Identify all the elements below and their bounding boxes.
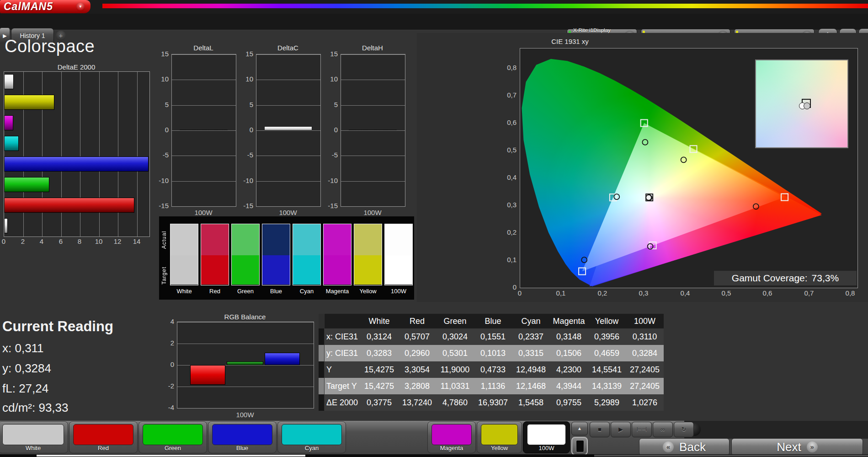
table-cell: 0,5707 <box>398 328 436 345</box>
pattern-button-red[interactable]: Red <box>69 421 138 453</box>
gamut-coverage-readout: Gamut Coverage: 73,3% <box>714 271 857 285</box>
table-cell: 15,4275 <box>360 378 398 394</box>
grid-line <box>341 80 405 80</box>
swatch-white <box>170 224 198 285</box>
axis-label: 10 <box>320 75 338 83</box>
play-button[interactable]: ▶ <box>611 422 631 437</box>
table-cell: 27,2405 <box>626 378 664 394</box>
next-button[interactable]: Next » <box>731 438 863 456</box>
swatch-target <box>262 255 290 285</box>
axis-label: -5 <box>235 151 253 159</box>
table-row-label: y: CIE31 <box>325 345 360 361</box>
stop-button[interactable]: ■ <box>590 422 610 437</box>
pattern-label: 100W <box>523 445 570 452</box>
table-row-label: Y <box>325 361 360 378</box>
step-icon: ⊢⊣ <box>637 426 647 433</box>
axis-label: 10 <box>150 75 169 83</box>
grid-line <box>172 156 236 156</box>
table-gutter-cell <box>319 328 324 345</box>
reading-cdm2: cd/m²: 93,33 <box>2 401 69 415</box>
axis-label: 4 <box>37 237 46 245</box>
pattern-window-toggle-button[interactable] <box>571 437 588 455</box>
table-gutter-cell <box>319 361 324 378</box>
axis-label: -15 <box>150 202 169 210</box>
swatch-actual <box>170 224 198 255</box>
pattern-button-yellow[interactable]: Yellow <box>477 421 522 453</box>
loop-button[interactable]: ∞ <box>653 422 673 437</box>
table-row: ΔE 20000,377513,72404,786016,93071,54580… <box>325 394 664 411</box>
deltae-chart-plot <box>4 71 150 237</box>
back-chevron-icon: « <box>663 441 674 452</box>
pattern-button-white[interactable]: White <box>0 421 68 453</box>
grid-line <box>341 181 405 182</box>
pattern-button-blue[interactable]: Blue <box>208 421 277 453</box>
axis-label: 100W <box>256 209 320 216</box>
swatch-magenta <box>323 224 351 285</box>
axis-label: -15 <box>235 202 253 210</box>
table-cell: 14,3139 <box>588 378 626 394</box>
grid-line <box>341 105 405 106</box>
grid-line <box>341 156 405 156</box>
axis-label: -10 <box>150 177 169 184</box>
refresh-button[interactable]: ↻ <box>674 422 694 437</box>
swatch-red <box>201 224 229 285</box>
grid-line <box>172 54 236 55</box>
table-cell: 12,1468 <box>512 378 550 394</box>
table-cell: 0,3148 <box>550 328 588 345</box>
pattern-button-green[interactable]: Green <box>138 421 207 453</box>
table-cell: 0,5301 <box>436 345 474 361</box>
deltaL-bar <box>180 129 228 130</box>
pattern-label: Green <box>139 445 207 452</box>
swatch-actual <box>354 224 382 255</box>
back-button[interactable]: « Back <box>639 438 730 456</box>
axis-label: 0 <box>0 237 8 245</box>
swatch-label: Cyan <box>291 288 323 295</box>
axis-label: 15 <box>235 50 253 58</box>
swatch-label: Green <box>229 288 261 295</box>
axis-label: 15 <box>150 50 169 58</box>
table-cell: 0,4733 <box>474 361 512 378</box>
pattern-button-cyan[interactable]: Cyan <box>277 421 346 453</box>
axis-label: 0,3 <box>635 289 652 297</box>
swatch-target <box>385 255 412 285</box>
pattern-label: White <box>0 445 68 452</box>
axis-label: 0,6 <box>759 289 776 297</box>
logo-menu-arrow-icon[interactable]: ▼ <box>76 2 85 11</box>
grid-line <box>256 80 320 80</box>
swatch-actual <box>262 224 290 255</box>
table-cell: 0,1013 <box>474 345 512 361</box>
grid-line <box>177 344 314 344</box>
deltaL-title: DeltaL <box>171 44 235 52</box>
table-row-label: x: CIE31 <box>325 328 360 345</box>
axis-label: 0,1 <box>497 256 517 263</box>
reading-x: x: 0,311 <box>2 341 44 355</box>
table-cell: 13,7240 <box>398 394 436 411</box>
pattern-button-100w[interactable]: 100W <box>523 421 570 453</box>
axis-label: 100W <box>177 411 313 419</box>
table-cell: 0,2960 <box>398 345 436 361</box>
swatch-actual <box>232 224 259 255</box>
pattern-scroll-up-button[interactable]: ▲ <box>571 422 588 435</box>
color-checker-panel: Actual Target WhiteRedGreenBlueCyanMagen… <box>159 216 414 300</box>
stop-icon: ■ <box>598 426 602 433</box>
deltae-bar-cyan <box>4 136 19 151</box>
table-cell: 16,9307 <box>474 394 512 411</box>
step-button[interactable]: ⊢⊣ <box>632 422 652 437</box>
table-cell: 4,2300 <box>550 361 588 378</box>
rainbow-strip <box>102 4 868 8</box>
grid-line <box>177 387 314 387</box>
table-cell: 0,1506 <box>550 345 588 361</box>
bottom-scroll-thumb[interactable] <box>37 455 305 457</box>
table-row-label: ΔE 2000 <box>325 394 360 411</box>
table-header-cell: Blue <box>474 314 512 328</box>
grid-line <box>172 80 236 80</box>
pattern-label: Magenta <box>428 445 475 452</box>
pattern-button-magenta[interactable]: Magenta <box>427 421 476 453</box>
axis-label: 0,4 <box>677 289 693 297</box>
deltae-bar-red <box>4 198 134 213</box>
actual-row-label: Actual <box>161 222 167 258</box>
pattern-swatch <box>2 424 64 445</box>
swatch-label: 100W <box>383 288 415 295</box>
table-cell: 27,2405 <box>626 361 664 378</box>
table-cell: 0,9755 <box>550 394 588 411</box>
